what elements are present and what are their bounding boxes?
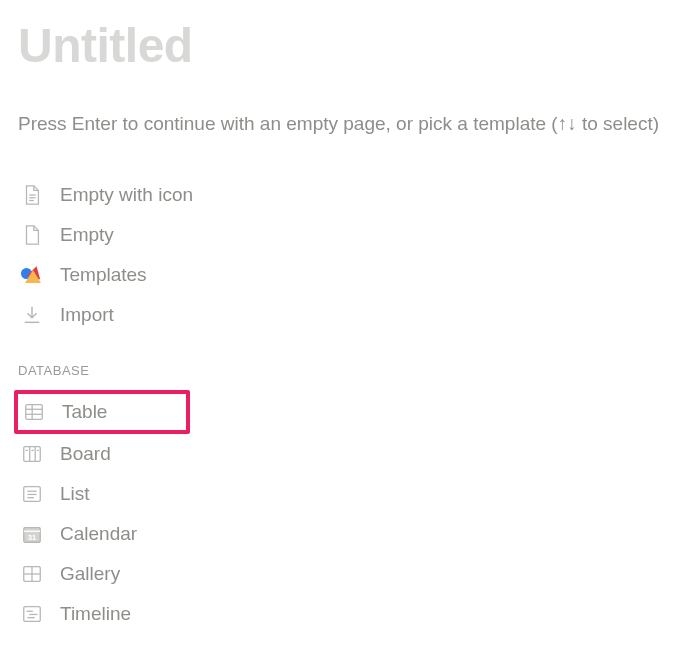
database-options-list: Table Board List [18, 390, 676, 634]
option-empty-with-icon[interactable]: Empty with icon [18, 175, 676, 215]
page-icon [20, 223, 44, 247]
timeline-icon [20, 602, 44, 626]
option-label: List [60, 483, 90, 505]
option-label: Table [62, 401, 107, 423]
templates-icon [20, 263, 44, 287]
gallery-icon [20, 562, 44, 586]
option-label: Empty [60, 224, 114, 246]
table-icon [22, 400, 46, 424]
option-gallery[interactable]: Gallery [18, 554, 676, 594]
svg-rect-5 [26, 405, 43, 420]
option-board[interactable]: Board [18, 434, 676, 474]
database-section-header: DATABASE [18, 363, 676, 378]
option-table[interactable]: Table [14, 390, 190, 434]
page-lines-icon [20, 183, 44, 207]
list-icon [20, 482, 44, 506]
option-calendar[interactable]: 31 Calendar [18, 514, 676, 554]
option-import[interactable]: Import [18, 295, 676, 335]
option-label: Empty with icon [60, 184, 193, 206]
option-label: Import [60, 304, 114, 326]
option-list[interactable]: List [18, 474, 676, 514]
svg-text:31: 31 [28, 533, 36, 542]
import-icon [20, 303, 44, 327]
option-label: Gallery [60, 563, 120, 585]
instruction-text: Press Enter to continue with an empty pa… [18, 113, 676, 135]
option-empty[interactable]: Empty [18, 215, 676, 255]
page-title[interactable]: Untitled [18, 18, 676, 73]
option-templates[interactable]: Templates [18, 255, 676, 295]
svg-rect-9 [24, 447, 41, 462]
option-label: Board [60, 443, 111, 465]
option-label: Calendar [60, 523, 137, 545]
option-label: Timeline [60, 603, 131, 625]
option-label: Templates [60, 264, 147, 286]
board-icon [20, 442, 44, 466]
calendar-icon: 31 [20, 522, 44, 546]
basic-options-list: Empty with icon Empty Templates [18, 175, 676, 335]
option-timeline[interactable]: Timeline [18, 594, 676, 634]
